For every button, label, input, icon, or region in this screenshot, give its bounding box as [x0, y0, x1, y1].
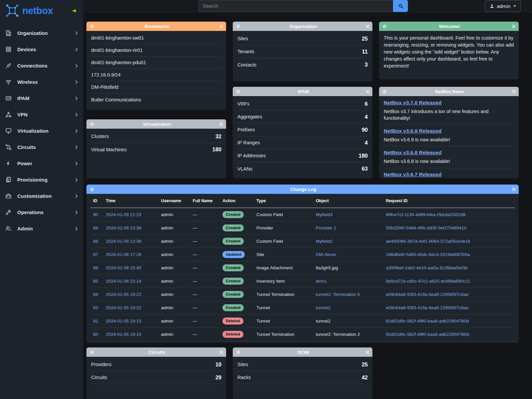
- change-object[interactable]: Provider 1: [316, 225, 336, 230]
- change-time-link[interactable]: 2024-01-09 21:23: [106, 212, 141, 217]
- change-object[interactable]: Myfield2: [316, 239, 332, 244]
- user-name: admin: [497, 3, 510, 9]
- change-id-link[interactable]: 85: [93, 279, 98, 284]
- change-time-link[interactable]: 2024-01-05 19:15: [106, 319, 141, 324]
- widget-close-button[interactable]: [366, 350, 369, 354]
- change-object[interactable]: tunnel2: Termination 5: [316, 292, 360, 297]
- stat-row[interactable]: VLANs63: [237, 162, 368, 175]
- sidebar-item-connections[interactable]: Connections: [0, 58, 83, 74]
- change-id-link[interactable]: 83: [93, 305, 98, 310]
- stat-row[interactable]: IP Ranges4: [237, 136, 368, 149]
- change-id-link[interactable]: 87: [93, 252, 98, 257]
- bookmark-item[interactable]: dmi01-binghamton-pdu01: [91, 57, 221, 69]
- change-time-link[interactable]: 2024-01-09 13:38: [106, 225, 141, 230]
- change-time-link[interactable]: 2024-01-08 15:14: [106, 279, 141, 284]
- column-header: Time: [103, 195, 158, 208]
- stat-row[interactable]: Aggregates4: [237, 110, 368, 123]
- request-id-link[interactable]: 92d02d9c-562f-49f0-baa8-adb22904760d: [386, 319, 469, 324]
- widget-config-button[interactable]: [382, 89, 387, 94]
- sidebar-item-circuits[interactable]: Circuits: [0, 139, 83, 155]
- stat-row[interactable]: Prefixes90: [237, 123, 368, 136]
- change-object[interactable]: item1: [316, 279, 327, 284]
- widget-close-button[interactable]: [366, 90, 369, 93]
- search-input[interactable]: [198, 0, 393, 12]
- bookmark-item[interactable]: DM-Pittsfield: [91, 81, 221, 93]
- stat-row[interactable]: Contacts3: [237, 58, 368, 71]
- widget-config-button[interactable]: [89, 122, 94, 127]
- widget-config-button[interactable]: [236, 350, 241, 355]
- request-id-link[interactable]: e09c64a6-93f3-419a-8ea9-229585f7c6ae: [386, 292, 468, 297]
- sidebar-item-virtualization[interactable]: Virtualization: [0, 123, 83, 139]
- news-headline-link[interactable]: NetBox v3.6.9 Released: [384, 128, 442, 134]
- widget-config-button[interactable]: [236, 24, 241, 29]
- change-time-link[interactable]: 2024-01-05 19:15: [106, 332, 141, 337]
- change-id-link[interactable]: 80: [93, 332, 98, 337]
- change-time-link[interactable]: 2024-01-05 19:22: [106, 292, 141, 297]
- change-time-link[interactable]: 2024-01-09 13:38: [106, 239, 141, 244]
- stat-row[interactable]: VRFs6: [237, 97, 368, 110]
- change-object[interactable]: DM-Akron: [316, 252, 336, 257]
- stat-row[interactable]: Racks42: [237, 371, 368, 384]
- sidebar-item-customization[interactable]: Customization: [0, 188, 83, 204]
- pin-sidebar-button[interactable]: [71, 8, 77, 14]
- bookmark-item[interactable]: dmi01-binghamton-rtr01: [91, 44, 221, 57]
- change-id-link[interactable]: 88: [93, 239, 98, 244]
- news-headline-link[interactable]: NetBox v3.6.7 Released: [384, 172, 442, 178]
- widget-config-button[interactable]: [382, 24, 387, 29]
- widget-close-button[interactable]: [219, 350, 223, 354]
- sidebar-item-vpn[interactable]: VPN: [0, 106, 83, 123]
- news-headline-link[interactable]: NetBox v3.6.8 Released: [384, 150, 442, 156]
- sidebar-item-devices[interactable]: Devices: [0, 41, 83, 58]
- change-id-link[interactable]: 89: [93, 225, 98, 230]
- request-id-link[interactable]: a390fbef-2a82-4e10-aa0a-3c268aa5ef3b: [386, 265, 467, 270]
- widget-close-button[interactable]: [219, 122, 223, 126]
- stat-row[interactable]: Virtual Machines180: [91, 143, 221, 156]
- change-id-link[interactable]: 81: [93, 319, 98, 324]
- stat-row[interactable]: Sites25: [237, 32, 368, 45]
- widget-close-button[interactable]: [512, 188, 516, 191]
- user-menu-button[interactable]: admin: [485, 0, 521, 12]
- widget-close-button[interactable]: [366, 25, 369, 28]
- change-time-link[interactable]: 2024-01-05 19:22: [106, 305, 141, 310]
- stat-row[interactable]: Clusters32: [91, 130, 221, 143]
- sidebar-item-ipam[interactable]: 12 IPAM: [0, 90, 83, 106]
- stat-row[interactable]: Tenants11: [237, 45, 368, 58]
- request-id-link[interactable]: ae445066-387d-44f1-9084-572a05ce3e16: [386, 239, 470, 244]
- sidebar-item-wireless[interactable]: Wireless: [0, 74, 83, 90]
- change-object[interactable]: tunnel2: [316, 305, 331, 310]
- stat-row[interactable]: Sites25: [237, 358, 368, 371]
- request-id-link[interactable]: 50b32f40-5464-4f9c-b83f-0ef270489410: [386, 225, 466, 230]
- request-id-link[interactable]: 8d9cd72e-cd0c-47c2-a620-dc899a690c21: [386, 279, 470, 284]
- change-id-link[interactable]: 90: [93, 212, 98, 217]
- stat-row[interactable]: IP Addresses180: [237, 149, 368, 162]
- sidebar-item-power[interactable]: Power: [0, 155, 83, 172]
- widget-config-button[interactable]: [89, 24, 94, 29]
- request-id-link[interactable]: e09c64a6-93f3-419a-8ea9-229585f7c6ae: [386, 305, 468, 310]
- change-id-link[interactable]: 84: [93, 292, 98, 297]
- change-time-link[interactable]: 2024-01-08 15:45: [106, 265, 141, 270]
- widget-close-button[interactable]: [219, 25, 223, 28]
- request-id-link[interactable]: 69fce7cf-1139-4d99-bfea-f3dcbd2452d6: [386, 212, 466, 217]
- widget-config-button[interactable]: [89, 350, 94, 355]
- widget-config-button[interactable]: [89, 187, 94, 192]
- stat-row[interactable]: Providers10: [91, 358, 221, 371]
- bookmark-item[interactable]: 172.16.0.9/24: [91, 69, 221, 81]
- bookmark-item[interactable]: Butler Communications: [91, 93, 221, 106]
- request-id-link[interactable]: 2d6d6e8f-5465-45dc-8ec3-2019d4087b5a: [386, 252, 470, 257]
- widget-close-button[interactable]: [512, 25, 516, 28]
- bookmark-item[interactable]: dmi01-binghamton-sw01: [91, 32, 221, 44]
- sidebar-item-admin[interactable]: Admin: [0, 220, 83, 237]
- sidebar-item-operations[interactable]: Operations: [0, 204, 83, 220]
- table-row: 88 2024-01-09 13:38 admin — Created Cust…: [90, 235, 515, 248]
- change-time-link[interactable]: 2024-01-08 17:28: [106, 252, 141, 257]
- news-headline-link[interactable]: NetBox v3.7.0 Released: [384, 100, 442, 106]
- widget-config-button[interactable]: [236, 89, 241, 94]
- sidebar-item-provisioning[interactable]: Provisioning: [0, 172, 83, 188]
- sidebar-item-organization[interactable]: Organization: [0, 25, 83, 41]
- change-id-link[interactable]: 86: [93, 265, 98, 270]
- search-button[interactable]: [393, 0, 408, 12]
- stat-row[interactable]: Circuits29: [91, 371, 221, 384]
- widget-close-button[interactable]: [512, 90, 516, 93]
- change-object[interactable]: Myfield3: [316, 212, 332, 217]
- request-id-link[interactable]: 92d02d9c-562f-49f0-baa8-adb22904760d: [386, 332, 469, 337]
